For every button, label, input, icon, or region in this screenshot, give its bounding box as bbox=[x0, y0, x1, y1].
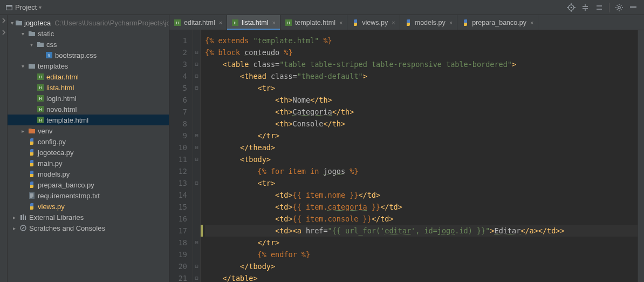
tree-item-label: login.html bbox=[46, 95, 77, 103]
tree-root-path: C:\Users\Usuario\PycharmProjects\jogote bbox=[54, 19, 169, 27]
tree-item-label: prepara_banco.py bbox=[38, 181, 94, 189]
tree-item-label: templates bbox=[38, 62, 68, 70]
python-file-icon bbox=[462, 19, 469, 26]
tree-item-label: template.html bbox=[46, 116, 88, 124]
chevron-down-icon[interactable]: ▾ bbox=[11, 20, 13, 26]
svg-rect-1 bbox=[6, 5, 12, 6]
tree-folder-venv[interactable]: ▸ venv bbox=[8, 125, 169, 136]
project-toolbar-icons bbox=[567, 3, 641, 12]
hide-panel-icon[interactable] bbox=[629, 3, 638, 12]
svg-rect-20 bbox=[23, 214, 24, 220]
tree-file-jogoteca-py[interactable]: jogoteca.py bbox=[8, 147, 169, 158]
tree-item-label: bootstrap.css bbox=[55, 51, 97, 59]
tree-item-label: models.py bbox=[38, 170, 70, 178]
collapse-all-icon[interactable] bbox=[595, 3, 604, 12]
python-file-icon bbox=[28, 159, 36, 167]
chevron-down-icon[interactable]: ▾ bbox=[19, 31, 26, 37]
tree-item-label: editar.html bbox=[46, 73, 79, 81]
error-stripe[interactable] bbox=[638, 30, 644, 282]
tree-item-label: requirementstmp.txt bbox=[38, 192, 100, 200]
chevron-right-icon[interactable] bbox=[1, 29, 7, 37]
tab-label: views.py bbox=[362, 19, 388, 26]
chevron-down-icon[interactable]: ▾ bbox=[19, 63, 26, 69]
svg-text:H: H bbox=[39, 86, 42, 90]
tree-file-config[interactable]: config.py bbox=[8, 136, 169, 147]
top-toolbar: Project ▾ bbox=[0, 0, 644, 15]
css-file-icon: # bbox=[45, 51, 53, 59]
tree-root[interactable]: ▾ jogoteca C:\Users\Usuario\PycharmProje… bbox=[8, 17, 169, 28]
tree-external-libraries[interactable]: ▸ External Libraries bbox=[8, 212, 169, 223]
tree-file-login[interactable]: H login.html bbox=[8, 93, 169, 104]
folder-icon bbox=[28, 29, 36, 38]
svg-point-3 bbox=[571, 6, 572, 8]
tree-file-models[interactable]: models.py bbox=[8, 169, 169, 179]
code-content[interactable]: {% extends "template.html" %} {% block c… bbox=[201, 30, 638, 282]
svg-text:H: H bbox=[234, 21, 237, 25]
tree-file-template[interactable]: H template.html bbox=[8, 115, 169, 125]
chevron-right-icon[interactable]: ▸ bbox=[19, 128, 26, 134]
html-file-icon: H bbox=[231, 19, 239, 26]
tree-folder-css[interactable]: ▾ css bbox=[8, 39, 169, 50]
tree-file-novo[interactable]: H novo.html bbox=[8, 104, 169, 115]
fold-gutter[interactable]: ⊟⊟⊟⊟⊟⊟⊟⊟⊟⊟⊟ bbox=[193, 30, 201, 282]
tree-item-label: static bbox=[38, 30, 54, 38]
folder-icon bbox=[36, 40, 45, 49]
tree-file-editar[interactable]: H editar.html bbox=[8, 71, 169, 82]
tab-editar[interactable]: H editar.html × bbox=[169, 15, 227, 30]
tree-item-label: External Libraries bbox=[29, 213, 84, 221]
project-tree[interactable]: ▾ jogoteca C:\Users\Usuario\PycharmProje… bbox=[8, 15, 169, 233]
tab-label: prepara_banco.py bbox=[472, 19, 526, 26]
tab-models[interactable]: models.py × bbox=[400, 15, 457, 30]
close-icon[interactable]: × bbox=[392, 19, 395, 26]
python-file-icon bbox=[352, 19, 359, 26]
svg-rect-18 bbox=[29, 192, 35, 199]
gear-icon[interactable] bbox=[615, 3, 624, 12]
close-icon[interactable]: × bbox=[530, 19, 533, 26]
project-tool-tab[interactable]: Project ▾ bbox=[3, 2, 44, 12]
expand-all-icon[interactable] bbox=[581, 3, 590, 12]
tab-label: models.py bbox=[415, 19, 446, 26]
code-editor[interactable]: 12345678910111213141516171819202122 ⊟⊟⊟⊟… bbox=[169, 30, 644, 282]
tab-label: editar.html bbox=[184, 19, 215, 26]
python-file-icon bbox=[28, 170, 36, 178]
tab-views[interactable]: views.py × bbox=[347, 15, 400, 30]
tree-item-label: main.py bbox=[38, 159, 63, 167]
select-target-icon[interactable] bbox=[567, 3, 576, 12]
chevron-right-icon[interactable]: ▸ bbox=[11, 214, 17, 220]
tree-item-label: Scratches and Consoles bbox=[29, 224, 105, 232]
tree-root-label: jogoteca bbox=[24, 19, 51, 27]
python-file-icon bbox=[405, 19, 412, 26]
tab-lista[interactable]: H lista.html × bbox=[227, 15, 280, 30]
chevron-down-icon[interactable]: ▾ bbox=[28, 42, 35, 48]
editor-area: H editar.html × H lista.html × H templat… bbox=[169, 15, 644, 282]
python-file-icon bbox=[28, 202, 36, 211]
tree-file-lista[interactable]: H lista.html bbox=[8, 82, 169, 93]
tab-template[interactable]: H template.html × bbox=[280, 15, 347, 30]
editor-tabs: H editar.html × H lista.html × H templat… bbox=[169, 15, 644, 30]
svg-text:H: H bbox=[39, 118, 42, 122]
chevron-right-icon[interactable] bbox=[1, 17, 7, 25]
line-number-gutter: 12345678910111213141516171819202122 bbox=[169, 30, 193, 282]
scratch-icon bbox=[19, 224, 28, 232]
tree-folder-templates[interactable]: ▾ templates bbox=[8, 61, 169, 71]
tree-file-views[interactable]: views.py bbox=[8, 201, 169, 212]
tree-file-bootstrap[interactable]: # bootstrap.css bbox=[8, 50, 169, 61]
library-icon bbox=[19, 213, 28, 221]
caret-line-marker bbox=[201, 225, 203, 237]
tab-label: lista.html bbox=[242, 19, 268, 26]
tree-item-label: venv bbox=[38, 127, 52, 135]
tree-file-prepara[interactable]: prepara_banco.py bbox=[8, 179, 169, 190]
tab-prepara[interactable]: prepara_banco.py × bbox=[457, 15, 538, 30]
tree-file-requirements[interactable]: requirementstmp.txt bbox=[8, 190, 169, 201]
close-icon[interactable]: × bbox=[272, 19, 275, 26]
tree-scratches[interactable]: ▸ Scratches and Consoles bbox=[8, 223, 169, 233]
close-icon[interactable]: × bbox=[219, 19, 222, 26]
python-file-icon bbox=[28, 148, 36, 157]
tree-file-main[interactable]: main.py bbox=[8, 158, 169, 169]
close-icon[interactable]: × bbox=[339, 19, 342, 26]
chevron-right-icon[interactable]: ▸ bbox=[11, 225, 17, 231]
tree-folder-static[interactable]: ▾ static bbox=[8, 28, 169, 39]
project-panel: ▾ jogoteca C:\Users\Usuario\PycharmProje… bbox=[8, 15, 169, 282]
svg-rect-5 bbox=[630, 6, 636, 8]
close-icon[interactable]: × bbox=[449, 19, 453, 26]
